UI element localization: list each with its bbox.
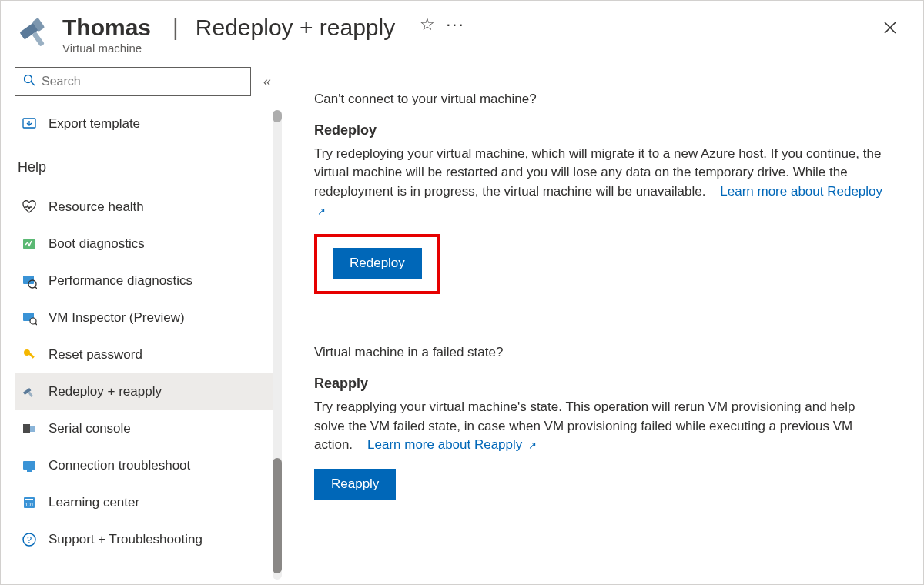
sidebar-item-label: Redeploy + reapply xyxy=(49,384,162,399)
sidebar-item-learning-center[interactable]: 101 Learning center xyxy=(15,484,282,521)
sidebar-item-label: Performance diagnostics xyxy=(49,273,192,289)
svg-rect-17 xyxy=(23,424,30,433)
book-icon: 101 xyxy=(21,494,38,511)
sidebar-search-input[interactable] xyxy=(42,75,243,89)
svg-point-3 xyxy=(25,75,32,83)
svg-text:?: ? xyxy=(27,535,32,544)
sidebar-search-box[interactable] xyxy=(15,67,251,96)
heart-pulse-icon xyxy=(21,199,38,216)
redeploy-description: Try redeploying your virtual machine, wh… xyxy=(314,145,884,221)
svg-text:101: 101 xyxy=(25,502,34,507)
vm-hammer-icon xyxy=(16,15,52,50)
sidebar-item-reset-password[interactable]: Reset password xyxy=(15,336,282,373)
svg-line-4 xyxy=(32,82,35,86)
svg-point-11 xyxy=(30,318,36,324)
connection-troubleshoot-icon xyxy=(21,457,38,474)
blade-header: Thomas Virtual machine | Redeploy + reap… xyxy=(1,1,923,62)
search-icon xyxy=(23,74,35,89)
performance-diagnostics-icon xyxy=(21,272,38,289)
sidebar-item-label: Serial console xyxy=(49,421,131,436)
help-icon: ? xyxy=(21,531,38,548)
main-content: Can't connect to your virtual machine? R… xyxy=(282,62,923,584)
sidebar-item-export-template[interactable]: Export template xyxy=(15,105,282,142)
vm-inspector-icon xyxy=(21,309,38,326)
sidebar-scrollbar[interactable] xyxy=(273,110,282,580)
reapply-description: Try reapplying your virtual machine's st… xyxy=(314,398,884,455)
sidebar-item-boot-diagnostics[interactable]: Boot diagnostics xyxy=(15,226,282,262)
sidebar-item-label: Support + Troubleshooting xyxy=(49,532,203,547)
svg-rect-16 xyxy=(28,391,32,396)
reapply-button[interactable]: Reapply xyxy=(314,469,396,500)
sidebar-item-label: Learning center xyxy=(49,495,139,510)
redeploy-highlight-box: Redeploy xyxy=(314,234,440,294)
sidebar-section-help: Help xyxy=(15,142,282,182)
sidebar-item-redeploy-reapply[interactable]: Redeploy + reapply xyxy=(15,373,282,410)
page-title-separator: | xyxy=(172,15,179,40)
learn-more-reapply-link[interactable]: Learn more about Reapply ↗ xyxy=(367,437,537,452)
svg-rect-6 xyxy=(23,239,35,249)
sidebar-item-label: Connection troubleshoot xyxy=(49,458,190,473)
serial-console-icon xyxy=(21,420,38,437)
svg-line-12 xyxy=(35,323,37,325)
collapse-sidebar-button[interactable]: « xyxy=(259,71,276,93)
redeploy-question: Can't connect to your virtual machine? xyxy=(314,90,900,109)
sidebar-item-label: Resource health xyxy=(49,199,144,215)
more-actions-button[interactable]: ··· xyxy=(446,15,464,35)
svg-rect-2 xyxy=(32,32,44,47)
sidebar: « Export template Help xyxy=(1,62,282,584)
favorite-star-button[interactable]: ☆ xyxy=(420,15,435,35)
redeploy-button[interactable]: Redeploy xyxy=(333,248,422,279)
boot-diagnostics-icon xyxy=(21,236,38,252)
sidebar-item-performance-diagnostics[interactable]: Performance diagnostics xyxy=(15,262,282,299)
export-template-icon xyxy=(21,115,38,132)
svg-rect-20 xyxy=(27,470,32,472)
sidebar-item-resource-health[interactable]: Resource health xyxy=(15,189,282,226)
resource-name: Thomas xyxy=(62,15,151,40)
divider xyxy=(15,182,263,182)
reapply-heading: Reapply xyxy=(314,373,900,393)
svg-rect-19 xyxy=(23,461,35,470)
sidebar-item-serial-console[interactable]: Serial console xyxy=(15,410,282,447)
sidebar-item-vm-inspector[interactable]: VM Inspector (Preview) xyxy=(15,299,282,336)
sidebar-item-label: VM Inspector (Preview) xyxy=(49,310,185,326)
key-icon xyxy=(21,346,38,363)
scrollbar-thumb-top[interactable] xyxy=(273,110,282,122)
reapply-question: Virtual machine in a failed state? xyxy=(314,343,900,363)
external-link-icon: ↗ xyxy=(317,206,326,217)
sidebar-item-label: Reset password xyxy=(49,347,142,363)
external-link-icon: ↗ xyxy=(525,440,537,451)
hammer-icon xyxy=(21,383,38,400)
scrollbar-thumb[interactable] xyxy=(273,458,282,573)
sidebar-item-label: Boot diagnostics xyxy=(49,236,145,252)
close-blade-button[interactable] xyxy=(875,15,905,44)
page-title: Redeploy + reapply xyxy=(196,15,395,40)
redeploy-heading: Redeploy xyxy=(314,120,900,140)
svg-rect-22 xyxy=(25,499,33,500)
svg-rect-14 xyxy=(28,353,35,359)
sidebar-item-connection-troubleshoot[interactable]: Connection troubleshoot xyxy=(15,447,282,484)
svg-rect-18 xyxy=(30,426,35,432)
sidebar-item-label: Export template xyxy=(49,116,140,132)
resource-title-block: Thomas Virtual machine xyxy=(62,15,151,55)
sidebar-item-support-troubleshooting[interactable]: ? Support + Troubleshooting xyxy=(15,521,282,558)
svg-line-9 xyxy=(35,287,38,289)
resource-type: Virtual machine xyxy=(62,42,151,55)
